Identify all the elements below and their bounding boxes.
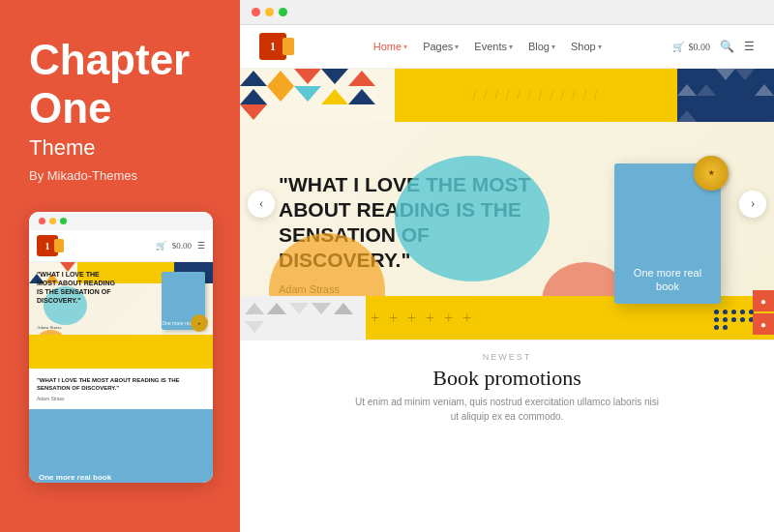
plus-5: +: [444, 310, 453, 327]
tri-white-4: [735, 69, 755, 96]
dot-7: [723, 317, 728, 322]
search-button[interactable]: 🔍: [720, 40, 734, 54]
plus-6: +: [462, 310, 471, 327]
tri-white-2: [697, 69, 716, 96]
plus-4: +: [426, 310, 434, 327]
top-deco: / / / / / / / / / / / /: [240, 69, 774, 122]
nav-item-events[interactable]: Events ▾: [474, 41, 513, 52]
slash-pattern: / / / / / / / / / / / /: [472, 88, 599, 103]
website-nav: Home ▾ Pages ▾ Events ▾ Blog ▾ Shop ▾: [373, 41, 602, 52]
edge-icon-2[interactable]: ●: [753, 313, 774, 335]
title-line2: One: [29, 87, 211, 130]
mobile-dot-green: [60, 218, 67, 224]
mobile-menu-icon: ☰: [197, 241, 205, 251]
mobile-dot-red: [39, 218, 45, 224]
nav-events-chevron: ▾: [509, 43, 513, 51]
theme-title: Chapter One Theme By Mikado-Themes: [29, 39, 211, 212]
promotions-section: NEWEST Book promotions Ut enim ad minim …: [240, 340, 774, 435]
tri-red-1: [294, 69, 321, 86]
mobile-nav-icons: 🛒 $0.00 ☰: [156, 241, 205, 251]
dot-2: [723, 310, 728, 314]
nav-item-pages[interactable]: Pages ▾: [423, 41, 459, 52]
mobile-cart-price: $0.00: [172, 241, 192, 251]
dot-12: [723, 325, 728, 330]
hero-bg: / / / / / / / / / / / /: [240, 69, 774, 340]
theme-author: By Mikado-Themes: [29, 168, 211, 183]
top-deco-right-pattern: [677, 69, 774, 122]
book-medal: ★: [694, 156, 729, 191]
book-cover: ★ One more real book: [614, 163, 721, 304]
plus-1: +: [371, 310, 379, 327]
mobile-logo: 1: [37, 235, 58, 256]
nav-home-label: Home: [373, 41, 402, 52]
nav-blog-chevron: ▾: [551, 43, 555, 51]
promotions-tag: NEWEST: [259, 352, 755, 362]
nav-shop-chevron: ▾: [598, 43, 602, 51]
bottom-tri-1: [245, 303, 264, 314]
browser-dot-yellow: [265, 8, 274, 16]
nav-pages-label: Pages: [423, 41, 453, 52]
tri-orange-1: [267, 69, 294, 86]
cart-area[interactable]: 🛒 $0.00: [672, 42, 710, 52]
nav-pages-chevron: ▾: [455, 43, 459, 51]
browser-dot-red: [252, 8, 260, 16]
tri-red-2: [348, 69, 375, 86]
mobile-dot-yellow: [49, 218, 56, 224]
mobile-book-section: One more real book: [29, 409, 213, 483]
tri-blue-4: [348, 86, 375, 103]
main-content: 1 Home ▾ Pages ▾ Events ▾ Blog ▾: [240, 0, 774, 532]
hero-shape-teal: [395, 156, 550, 281]
slider-arrow-right[interactable]: ›: [739, 191, 766, 218]
right-edge-icons: ● ●: [753, 290, 774, 335]
mobile-header: 1 🛒 $0.00 ☰: [29, 230, 213, 262]
browser-chrome: [240, 0, 774, 25]
website-header: 1 Home ▾ Pages ▾ Events ▾ Blog ▾: [240, 25, 774, 69]
tri-orange-2: [267, 86, 294, 103]
tri-white-1: [677, 69, 697, 96]
dot-8: [731, 317, 736, 322]
mobile-hero-author: Adam Strass: [37, 325, 61, 330]
promotions-description: Ut enim ad minim veniam, quis nostrud ex…: [352, 395, 662, 424]
browser-dot-green: [279, 8, 287, 16]
dot-4: [740, 310, 745, 314]
theme-subtitle: Theme: [29, 135, 211, 161]
mobile-browser-bar: [29, 212, 213, 230]
bottom-tri-6: [245, 321, 264, 333]
cart-icon: 🛒: [672, 42, 684, 52]
logo-icon: 1: [259, 33, 286, 60]
top-deco-right: [677, 69, 774, 122]
dot-6: [714, 317, 719, 322]
mobile-hero: One more real book ★ "WHAT I LOVE THE MO…: [29, 262, 213, 369]
menu-button[interactable]: ☰: [744, 40, 755, 54]
tri-white-5: [755, 69, 774, 96]
tri-yellow-1: [321, 86, 348, 103]
mobile-book-title: One more real book: [39, 473, 111, 482]
title-line1: Chapter: [29, 39, 211, 81]
top-deco-left: [240, 69, 395, 122]
plus-2: +: [389, 310, 398, 327]
mobile-content-author: Adam Strass: [37, 396, 205, 401]
sidebar: Chapter One Theme By Mikado-Themes 1 🛒 $…: [0, 0, 240, 532]
hero-book-area: ★ One more real book: [580, 163, 774, 304]
promotions-title: Book promotions: [259, 366, 755, 391]
nav-item-home[interactable]: Home ▾: [373, 41, 407, 52]
top-deco-mid: / / / / / / / / / / / /: [395, 69, 677, 122]
mobile-bottom-yellow: [29, 335, 213, 369]
bottom-tri-5: [334, 303, 353, 314]
mobile-medal: ★: [191, 314, 208, 332]
dot-3: [731, 310, 736, 314]
plus-3: +: [407, 310, 416, 327]
nav-home-chevron: ▾: [403, 43, 407, 51]
nav-blog-label: Blog: [528, 41, 550, 52]
mobile-hero-quote: "WHAT I LOVE THE MOST ABOUT READING IS T…: [37, 270, 119, 305]
website: 1 Home ▾ Pages ▾ Events ▾ Blog ▾: [240, 25, 774, 532]
nav-item-shop[interactable]: Shop ▾: [571, 41, 602, 52]
edge-icon-1[interactable]: ●: [753, 290, 774, 311]
tri-blue-1: [240, 69, 267, 86]
website-logo: 1: [259, 33, 302, 60]
dot-1: [714, 310, 719, 314]
nav-item-blog[interactable]: Blog ▾: [528, 41, 555, 52]
slider-arrow-left[interactable]: ‹: [248, 191, 275, 218]
mobile-cart-icon: 🛒: [156, 241, 166, 251]
tri-white-6: [677, 96, 697, 123]
